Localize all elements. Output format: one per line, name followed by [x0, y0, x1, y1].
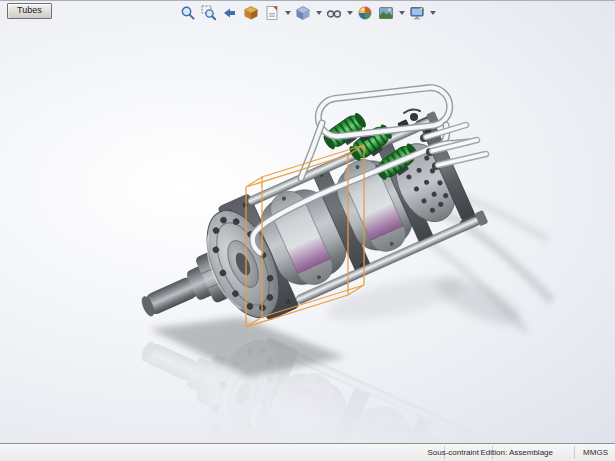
view-orientation-button[interactable]	[263, 4, 282, 22]
zoom-to-area-button[interactable]	[200, 4, 219, 22]
previous-view-button[interactable]	[221, 4, 240, 22]
dropdown-arrow[interactable]	[347, 11, 353, 15]
section-view-button[interactable]	[242, 4, 261, 22]
display-style-icon	[295, 5, 311, 21]
status-edit-mode: Edition: Assemblage	[481, 448, 554, 457]
hide-show-items-button[interactable]	[325, 4, 344, 22]
apply-scene-icon	[378, 5, 394, 21]
view-settings-icon	[409, 5, 425, 21]
edit-appearance-icon	[357, 5, 373, 21]
graphics-area[interactable]	[0, 1, 615, 443]
assembly-model[interactable]	[106, 80, 489, 364]
status-constraint-state: Sous-contraint	[427, 448, 479, 457]
zoom-to-fit-button[interactable]	[179, 4, 198, 22]
dropdown-arrow[interactable]	[399, 11, 405, 15]
zoom-to-area-icon	[201, 5, 217, 21]
hide-show-items-icon	[326, 5, 342, 21]
display-style-button[interactable]	[294, 4, 313, 22]
document-tab-tubes[interactable]: Tubes	[7, 3, 52, 19]
apply-scene-button[interactable]	[377, 4, 396, 22]
zoom-to-fit-icon	[180, 5, 196, 21]
dropdown-arrow[interactable]	[316, 11, 322, 15]
previous-view-icon	[222, 5, 238, 21]
section-view-icon	[243, 5, 259, 21]
edit-appearance-button[interactable]	[356, 4, 375, 22]
view-orientation-icon	[264, 5, 280, 21]
view-settings-button[interactable]	[408, 4, 427, 22]
dropdown-arrow[interactable]	[430, 11, 436, 15]
solidworks-window: Tubes	[0, 0, 615, 461]
dropdown-arrow[interactable]	[285, 11, 291, 15]
status-units[interactable]: MMGS	[583, 448, 608, 457]
status-bar: Sous-contraint Edition: Assemblage MMGS	[0, 443, 615, 461]
floor-reflection	[106, 293, 489, 444]
heads-up-view-toolbar	[179, 4, 437, 22]
statusbar-separator	[574, 446, 575, 459]
3d-scene[interactable]	[0, 1, 615, 444]
